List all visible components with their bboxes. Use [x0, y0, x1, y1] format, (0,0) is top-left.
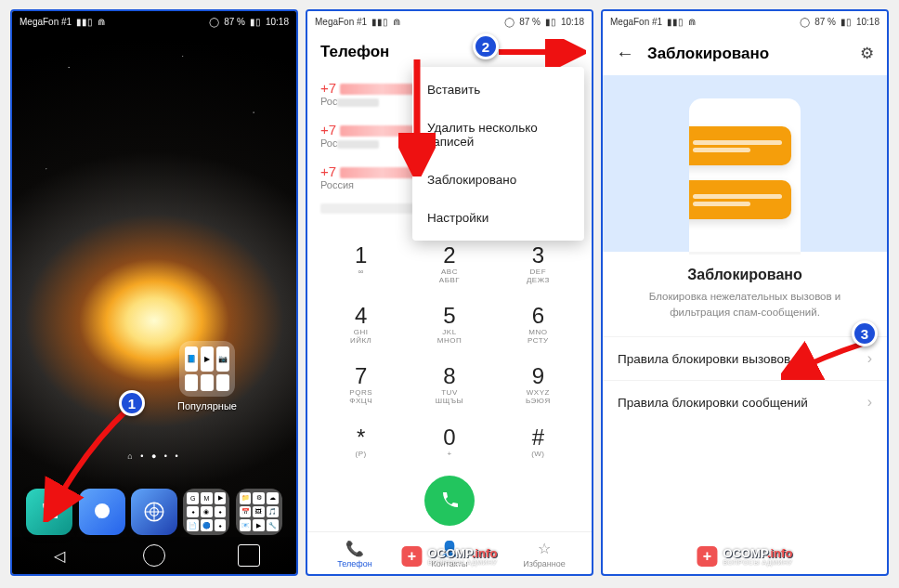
- call-number-prefix: +7: [320, 163, 336, 179]
- star-icon: ☆: [497, 540, 592, 557]
- android-navbar: ◁: [12, 537, 296, 574]
- battery-circle-icon: ◯: [800, 17, 810, 27]
- signal-icon: ▮▮▯: [667, 17, 684, 27]
- page-header: ← Заблокировано ⚙: [603, 32, 887, 75]
- annotation-badge-1: 1: [119, 390, 145, 416]
- battery-percent: 87 %: [814, 17, 836, 27]
- carrier-label: MegaFon #1: [610, 17, 662, 27]
- menu-item-settings[interactable]: Настройки: [412, 199, 584, 237]
- battery-icon: ▮▯: [840, 17, 852, 27]
- row-label: Правила блокировки вызовов: [618, 352, 790, 366]
- dial-key-star[interactable]: *(P): [317, 420, 405, 472]
- illus-card: 📞: [689, 180, 791, 219]
- phone-screen-home: MegaFon #1 ▮▮▯ ⋒ ◯ 87 % ▮▯ 10:18 📘▶📷 Поп…: [10, 9, 298, 576]
- battery-icon: ▮▯: [250, 17, 261, 27]
- dial-key-0[interactable]: 0+: [405, 420, 493, 472]
- dial-key-hash[interactable]: #(W): [494, 420, 582, 472]
- phone-screen-blocked: MegaFon #1 ▮▮▯ ⋒ ◯ 87 % ▮▯ 10:18 ← Забло…: [601, 9, 889, 576]
- dial-key-6[interactable]: 6MNOРСТУ: [494, 298, 582, 359]
- dialpad: 1∞ 2ABCАБВГ 3DEFДЕЖЗ 4GHIИЙКЛ 5JKLМНОП 6…: [307, 236, 592, 472]
- signal-icon: ▮▮▯: [76, 17, 93, 27]
- home-folder-popular[interactable]: 📘▶📷 Популярные: [175, 341, 240, 412]
- chevron-right-icon: ›: [867, 350, 872, 367]
- carrier-label: MegaFon #1: [20, 17, 72, 27]
- row-label: Правила блокировки сообщений: [618, 396, 808, 410]
- dial-key-7[interactable]: 7PQRSФХЦЧ: [317, 359, 405, 419]
- page-indicator: ⌂ • ● • •: [12, 451, 296, 461]
- apps-folder-1[interactable]: GM▶⬥◉⬥📄🔵⬥: [183, 489, 229, 535]
- watermark: + OCOMP.info ВОПРОСЫ АДМИНУ: [401, 546, 497, 567]
- watermark: + OCOMP.info ВОПРОСЫ АДМИНУ: [697, 546, 792, 567]
- nav-recents-icon[interactable]: [238, 544, 260, 567]
- clock: 10:18: [856, 17, 879, 27]
- dial-key-5[interactable]: 5JKLМНОП: [405, 298, 493, 359]
- dial-key-9[interactable]: 9WXYZЬЭЮЯ: [494, 359, 582, 419]
- nav-home-icon[interactable]: [143, 544, 165, 567]
- nav-back-icon[interactable]: ◁: [48, 544, 71, 567]
- call-number-prefix: +7: [320, 80, 336, 96]
- annotation-badge-3: 3: [852, 320, 878, 346]
- overflow-menu: Вставить Удалить несколько записей Забло…: [412, 67, 584, 241]
- clock: 10:18: [266, 17, 289, 27]
- browser-app-icon[interactable]: [131, 489, 177, 535]
- dock: GM▶⬥◉⬥📄🔵⬥ 📁⚙☁📅🖼🎵📧▶🔧: [12, 489, 296, 535]
- row-message-block-rules[interactable]: Правила блокировки сообщений ›: [603, 380, 887, 424]
- app-title: Телефон: [320, 43, 389, 61]
- folder-label: Популярные: [175, 400, 240, 412]
- menu-item-delete-multiple[interactable]: Удалить несколько записей: [412, 109, 584, 161]
- signal-icon: ▮▮▯: [371, 17, 388, 27]
- battery-icon: ▮▯: [545, 17, 556, 27]
- status-bar: MegaFon #1 ▮▮▯ ⋒ ◯ 87 % ▮▯ 10:18: [12, 11, 296, 32]
- call-button[interactable]: [424, 476, 475, 526]
- dial-key-3[interactable]: 3DEFДЕЖЗ: [494, 238, 582, 298]
- blocked-illustration: 💬 📞: [603, 75, 887, 252]
- status-bar: MegaFon #1 ▮▮▯ ⋒ ◯ 87 % ▮▯ 10:18: [307, 11, 592, 32]
- dial-key-8[interactable]: 8TUVШЩЪЫ: [405, 359, 493, 419]
- section-description: Блокировка нежелательных вызовов и фильт…: [603, 289, 887, 336]
- wifi-icon: ⋒: [688, 17, 696, 27]
- watermark-plus-icon: +: [697, 546, 717, 567]
- tab-phone[interactable]: 📞Телефон: [307, 532, 402, 574]
- tab-favorites[interactable]: ☆Избранное: [497, 532, 592, 574]
- phone-screen-dialer: MegaFon #1 ▮▮▯ ⋒ ◯ 87 % ▮▯ 10:18 Телефон…: [306, 9, 593, 576]
- dial-key-2[interactable]: 2ABCАБВГ: [405, 238, 493, 298]
- wifi-icon: ⋒: [393, 17, 400, 27]
- call-number-prefix: +7: [320, 122, 336, 137]
- dial-key-1[interactable]: 1∞: [317, 238, 405, 298]
- more-menu-icon[interactable]: ⋮: [560, 41, 579, 63]
- wifi-icon: ⋒: [98, 17, 105, 27]
- menu-item-paste[interactable]: Вставить: [412, 71, 584, 109]
- page-title: Заблокировано: [647, 45, 847, 63]
- gear-icon[interactable]: ⚙: [860, 44, 874, 63]
- clock: 10:18: [561, 17, 584, 27]
- back-icon[interactable]: ←: [616, 43, 634, 64]
- chevron-right-icon: ›: [867, 394, 872, 411]
- phone-app-icon[interactable]: [26, 489, 72, 535]
- status-bar: MegaFon #1 ▮▮▯ ⋒ ◯ 87 % ▮▯ 10:18: [603, 11, 887, 32]
- apps-folder-2[interactable]: 📁⚙☁📅🖼🎵📧▶🔧: [236, 489, 282, 535]
- call-region-prefix: Рос: [320, 137, 337, 149]
- dial-key-4[interactable]: 4GHIИЙКЛ: [317, 298, 405, 359]
- phone-icon: 📞: [307, 540, 402, 557]
- menu-item-blocked[interactable]: Заблокировано: [412, 161, 584, 199]
- row-call-block-rules[interactable]: Правила блокировки вызовов ›: [603, 336, 887, 380]
- annotation-badge-2: 2: [473, 33, 499, 59]
- illus-card: 💬: [689, 126, 791, 165]
- folder-icon: 📘▶📷: [179, 341, 235, 397]
- call-region-prefix: Рос: [320, 96, 337, 107]
- battery-circle-icon: ◯: [504, 17, 515, 27]
- home-wallpaper: 📘▶📷 Популярные ⌂ • ● • • GM▶⬥◉⬥📄🔵⬥ 📁⚙☁📅🖼…: [12, 11, 296, 574]
- section-title: Заблокировано: [603, 252, 887, 289]
- battery-circle-icon: ◯: [209, 17, 219, 27]
- carrier-label: MegaFon #1: [315, 17, 367, 27]
- battery-percent: 87 %: [519, 17, 541, 27]
- battery-percent: 87 %: [224, 17, 245, 27]
- watermark-plus-icon: +: [401, 546, 422, 567]
- messages-app-icon[interactable]: [79, 489, 125, 535]
